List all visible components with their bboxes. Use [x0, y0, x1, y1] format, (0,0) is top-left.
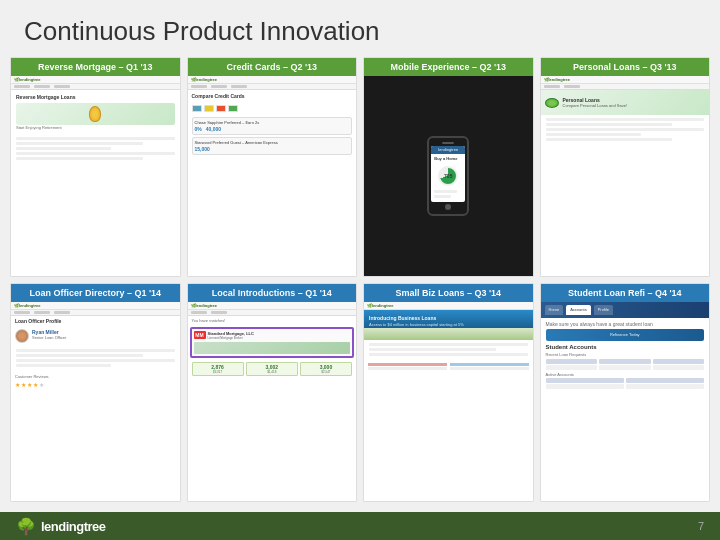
sl-tab-3: Profile — [594, 305, 613, 315]
lo-logo-bar: 🌿lendingtree — [11, 302, 180, 310]
cc-icon-shop — [216, 105, 226, 112]
card-body-loan-officer: 🌿lendingtree Loan Officer Profile Ryan M… — [11, 302, 180, 502]
lo-stars: ★ ★ ★ ★ ★ — [11, 381, 180, 388]
card-credit-cards: Credit Cards – Q2 '13 🌿lendingtree Compa… — [187, 57, 358, 277]
li-logo-text: MM — [195, 332, 203, 338]
phone-dial: 705 — [431, 163, 465, 189]
cc-card-stats-1: 0% 40,000 — [195, 126, 350, 132]
pl-nav-2 — [564, 85, 580, 88]
lt-logo: 🌳 lendingtree — [16, 517, 106, 536]
lo-line-3 — [16, 359, 175, 362]
card-header-credit-cards: Credit Cards – Q2 '13 — [188, 58, 357, 76]
pl-text-lines — [541, 115, 710, 146]
lo-text-lines — [11, 346, 180, 372]
sl-body: Make sure you always have a great studen… — [541, 318, 710, 393]
phone-screen: lendingtree Buy a Home 705 — [431, 146, 465, 202]
li-stat-label-1: $2,017 — [195, 370, 241, 374]
li-nav-2 — [211, 311, 227, 314]
sb-mini-logo: 🌿lendingtree — [367, 303, 394, 308]
cc-card-name-2: Starwood Preferred Guest – American Expr… — [195, 140, 350, 145]
card-header-loan-officer: Loan Officer Directory – Q1 '14 — [11, 284, 180, 302]
sl-active-row1-col1 — [546, 384, 624, 389]
pl-nav-1 — [544, 85, 560, 88]
lo-title: Senior Loan Officer — [32, 335, 176, 340]
hero-image — [16, 103, 175, 125]
sl-table-row-1 — [546, 365, 705, 370]
cc-icons-row — [188, 102, 357, 115]
card-body-personal-loans: 🌿lendingtree Personal Loans Compare Pers… — [541, 76, 710, 276]
li-stats-row: 2,876 $2,017 3,002 $1,418 3,000 $2,547 — [188, 360, 357, 378]
star-5: ★ — [39, 381, 44, 388]
card-small-biz: Small Biz Loans – Q3 '14 🌿lendingtree In… — [363, 283, 534, 503]
hero-sub: Start Enjoying Retirement — [16, 125, 175, 130]
lo-nav-1 — [14, 311, 30, 314]
dial-circle: 705 — [438, 166, 458, 186]
lo-section-title: Loan Officer Profile — [11, 316, 180, 326]
sl-tagline: Make sure you always have a great studen… — [546, 321, 705, 327]
sb-hero-sub: Access to $4 million in business capital… — [369, 322, 464, 327]
sl-col-3-header — [653, 359, 705, 364]
sl-row1-col1 — [546, 365, 598, 370]
card-local-introductions: Local Introductions – Q1 '14 🌿lendingtre… — [187, 283, 358, 503]
card-body-local-introductions: 🌿lendingtree You have matches! MM — [188, 302, 357, 502]
phone-container: lendingtree Buy a Home 705 — [364, 76, 533, 276]
li-company-detail: Licensed Mortgage Broker — [208, 336, 351, 340]
nav-dot-1 — [14, 85, 30, 88]
mock-site-credit-cards: 🌿lendingtree Compare Credit Cards — [188, 76, 357, 276]
li-company-info: Standard Mortgage, LLC Licensed Mortgage… — [208, 331, 351, 340]
lo-mini-logo: 🌿lendingtree — [14, 303, 41, 308]
pl-line-2 — [546, 123, 673, 126]
pl-mini-logo: 🌿lendingtree — [544, 77, 571, 82]
sb-col1-bar — [368, 363, 447, 366]
sb-text-lines — [364, 340, 533, 361]
pl-line-5 — [546, 138, 673, 141]
lo-nav-3 — [54, 311, 70, 314]
phone-line-1 — [434, 190, 456, 193]
star-1: ★ — [15, 381, 20, 388]
sb-col1-bar2 — [368, 367, 447, 370]
lo-reviews: Customer Reviews — [11, 372, 180, 381]
card-header-mobile: Mobile Experience – Q2 '13 — [364, 58, 533, 76]
lo-profile-info: Ryan Miller Senior Loan Officer — [32, 329, 176, 340]
li-matched-title: You have matches! — [188, 316, 357, 325]
lo-mini-logo-leaf: 🌿 — [14, 303, 19, 308]
mini-logo: 🌿lendingtree — [14, 77, 41, 82]
cc-stat-apr2: 15,000 — [195, 146, 210, 152]
cc-mini-logo: 🌿lendingtree — [191, 77, 218, 82]
cc-title: Compare Credit Cards — [188, 90, 357, 102]
cc-icon-hotel — [204, 105, 214, 112]
sl-active-label: Active Accounts — [546, 372, 705, 377]
nav-dot-2 — [34, 85, 50, 88]
text-line-4 — [16, 152, 175, 155]
li-mini-logo: 🌿lendingtree — [191, 303, 218, 308]
li-stat-label-2: $1,418 — [249, 370, 295, 374]
card-body-small-biz: 🌿lendingtree Introducing Business Loans … — [364, 302, 533, 502]
sl-col-1-header — [546, 359, 598, 364]
phone-buy-home: Buy a Home — [431, 154, 465, 163]
lt-wordmark: lendingtree — [41, 519, 106, 534]
card-body-credit-cards: 🌿lendingtree Compare Credit Cards — [188, 76, 357, 276]
mock-site-small-biz: 🌿lendingtree Introducing Business Loans … — [364, 302, 533, 502]
li-stat-2: 3,002 $1,418 — [246, 362, 298, 376]
star-4: ★ — [33, 381, 38, 388]
phone-home-button — [445, 204, 451, 210]
bottom-bar: 🌳 lendingtree 7 — [0, 512, 720, 540]
card-header-reverse-mortgage: Reverse Mortgage – Q1 '13 — [11, 58, 180, 76]
cc-card-name-1: Chase Sapphire Preferred – Earn 2x — [195, 120, 350, 125]
sl-cta-text: Refinance Today — [610, 332, 640, 337]
pl-line-1 — [546, 118, 705, 121]
li-stat-label-3: $2,547 — [303, 370, 349, 374]
cc-stat-apr: 0% — [195, 126, 202, 132]
site-logo-bar: 🌿lendingtree — [11, 76, 180, 84]
card-body-mobile: lendingtree Buy a Home 705 — [364, 76, 533, 276]
sl-recent-label: Recent Loan Requests — [546, 352, 705, 357]
li-nav-1 — [191, 311, 207, 314]
cc-card-stats-2: 15,000 — [195, 146, 350, 152]
card-loan-officer: Loan Officer Directory – Q1 '14 🌿lending… — [10, 283, 181, 503]
phone-line-2 — [434, 195, 451, 198]
pl-line-4 — [546, 133, 641, 136]
mock-site-reverse-mortgage: 🌿lendingtree Reverse Mortgage Loans Star… — [11, 76, 180, 276]
nav-dot-3 — [54, 85, 70, 88]
sl-table — [546, 359, 705, 370]
lo-avatar — [15, 329, 29, 343]
